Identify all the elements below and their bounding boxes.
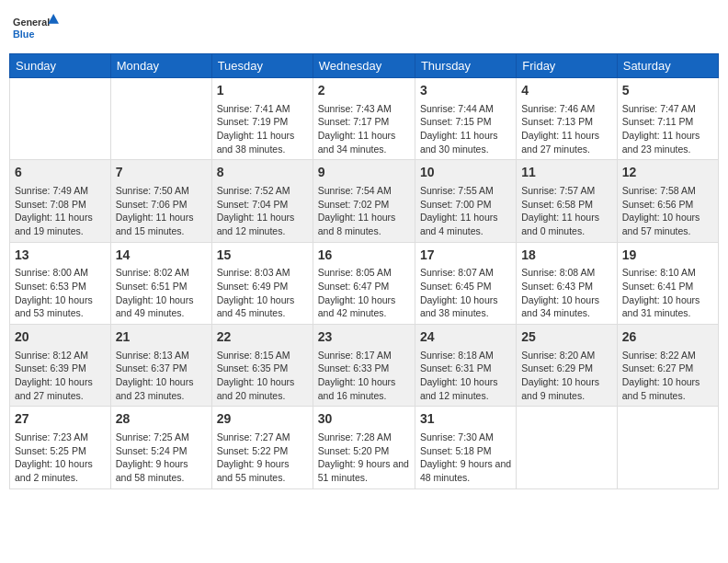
daylight-text: Daylight: 10 hours and 5 minutes. bbox=[622, 375, 713, 402]
calendar-week-row: 6Sunrise: 7:49 AMSunset: 7:08 PMDaylight… bbox=[10, 160, 719, 242]
calendar-cell: 27Sunrise: 7:23 AMSunset: 5:25 PMDayligh… bbox=[10, 407, 111, 488]
sunrise-text: Sunrise: 8:22 AM bbox=[622, 349, 713, 362]
calendar-cell: 17Sunrise: 8:07 AMSunset: 6:45 PMDayligh… bbox=[415, 242, 516, 324]
day-number: 5 bbox=[622, 82, 713, 100]
calendar-cell: 28Sunrise: 7:25 AMSunset: 5:24 PMDayligh… bbox=[110, 407, 211, 488]
calendar-cell: 8Sunrise: 7:52 AMSunset: 7:04 PMDaylight… bbox=[211, 160, 313, 242]
sunrise-text: Sunrise: 8:03 AM bbox=[217, 266, 308, 280]
day-number: 28 bbox=[116, 410, 207, 429]
day-number: 6 bbox=[15, 164, 106, 182]
sunset-text: Sunset: 6:49 PM bbox=[217, 280, 308, 293]
day-number: 19 bbox=[622, 247, 713, 265]
logo: General Blue bbox=[13, 9, 59, 46]
calendar-cell bbox=[110, 78, 211, 160]
sunrise-text: Sunrise: 7:52 AM bbox=[217, 184, 308, 198]
daylight-text: Daylight: 9 hours and 55 minutes. bbox=[217, 457, 308, 484]
sunset-text: Sunset: 5:18 PM bbox=[420, 444, 511, 458]
daylight-text: Daylight: 10 hours and 53 minutes. bbox=[15, 293, 106, 320]
day-number: 14 bbox=[116, 247, 207, 265]
daylight-text: Daylight: 9 hours and 48 minutes. bbox=[420, 457, 511, 484]
calendar-cell: 12Sunrise: 7:58 AMSunset: 6:56 PMDayligh… bbox=[617, 160, 718, 242]
day-number: 16 bbox=[318, 247, 410, 265]
sunset-text: Sunset: 7:15 PM bbox=[420, 115, 511, 129]
calendar-cell: 1Sunrise: 7:41 AMSunset: 7:19 PMDaylight… bbox=[211, 78, 313, 160]
sunrise-text: Sunrise: 7:25 AM bbox=[116, 431, 207, 444]
daylight-text: Daylight: 11 hours and 23 minutes. bbox=[622, 129, 713, 155]
sunrise-text: Sunrise: 7:47 AM bbox=[622, 102, 713, 116]
sunset-text: Sunset: 6:37 PM bbox=[116, 362, 207, 375]
day-number: 17 bbox=[420, 247, 511, 265]
sunset-text: Sunset: 6:41 PM bbox=[622, 280, 713, 293]
sunset-text: Sunset: 6:35 PM bbox=[217, 362, 308, 375]
daylight-text: Daylight: 10 hours and 49 minutes. bbox=[116, 293, 207, 320]
sunrise-text: Sunrise: 8:02 AM bbox=[116, 266, 207, 280]
day-number: 15 bbox=[217, 247, 308, 265]
calendar-cell: 11Sunrise: 7:57 AMSunset: 6:58 PMDayligh… bbox=[517, 160, 617, 242]
daylight-text: Daylight: 11 hours and 12 minutes. bbox=[217, 211, 308, 237]
sunrise-text: Sunrise: 8:20 AM bbox=[521, 349, 611, 362]
day-number: 31 bbox=[420, 410, 511, 429]
calendar-week-row: 13Sunrise: 8:00 AMSunset: 6:53 PMDayligh… bbox=[10, 242, 719, 324]
day-number: 18 bbox=[521, 247, 611, 265]
daylight-text: Daylight: 10 hours and 23 minutes. bbox=[116, 375, 207, 402]
sunset-text: Sunset: 7:17 PM bbox=[318, 115, 410, 129]
svg-text:General: General bbox=[13, 17, 50, 28]
sunrise-text: Sunrise: 8:12 AM bbox=[15, 349, 106, 362]
day-number: 12 bbox=[622, 164, 713, 182]
calendar-cell: 23Sunrise: 8:17 AMSunset: 6:33 PMDayligh… bbox=[313, 325, 415, 407]
calendar-cell: 5Sunrise: 7:47 AMSunset: 7:11 PMDaylight… bbox=[617, 78, 718, 160]
calendar-cell: 2Sunrise: 7:43 AMSunset: 7:17 PMDaylight… bbox=[313, 78, 415, 160]
calendar-week-row: 27Sunrise: 7:23 AMSunset: 5:25 PMDayligh… bbox=[10, 407, 719, 488]
calendar-cell: 6Sunrise: 7:49 AMSunset: 7:08 PMDaylight… bbox=[10, 160, 111, 242]
calendar-cell bbox=[10, 78, 111, 160]
calendar-cell: 29Sunrise: 7:27 AMSunset: 5:22 PMDayligh… bbox=[211, 407, 313, 488]
day-number: 9 bbox=[318, 164, 410, 182]
weekday-header-sunday: Sunday bbox=[10, 54, 111, 78]
calendar-cell: 25Sunrise: 8:20 AMSunset: 6:29 PMDayligh… bbox=[517, 325, 617, 407]
sunrise-text: Sunrise: 8:05 AM bbox=[318, 266, 410, 280]
daylight-text: Daylight: 10 hours and 31 minutes. bbox=[622, 293, 713, 320]
calendar-cell: 13Sunrise: 8:00 AMSunset: 6:53 PMDayligh… bbox=[10, 242, 111, 324]
calendar-cell: 16Sunrise: 8:05 AMSunset: 6:47 PMDayligh… bbox=[313, 242, 415, 324]
daylight-text: Daylight: 10 hours and 20 minutes. bbox=[217, 375, 308, 402]
sunset-text: Sunset: 7:19 PM bbox=[217, 115, 308, 129]
day-number: 4 bbox=[521, 82, 611, 100]
calendar-cell: 20Sunrise: 8:12 AMSunset: 6:39 PMDayligh… bbox=[10, 325, 111, 407]
calendar-cell: 3Sunrise: 7:44 AMSunset: 7:15 PMDaylight… bbox=[415, 78, 516, 160]
calendar-cell: 31Sunrise: 7:30 AMSunset: 5:18 PMDayligh… bbox=[415, 407, 516, 488]
sunset-text: Sunset: 6:51 PM bbox=[116, 280, 207, 293]
daylight-text: Daylight: 11 hours and 0 minutes. bbox=[521, 211, 611, 237]
sunrise-text: Sunrise: 7:41 AM bbox=[217, 102, 308, 116]
daylight-text: Daylight: 10 hours and 12 minutes. bbox=[420, 375, 511, 402]
calendar-cell: 30Sunrise: 7:28 AMSunset: 5:20 PMDayligh… bbox=[313, 407, 415, 488]
weekday-header-tuesday: Tuesday bbox=[211, 54, 313, 78]
sunset-text: Sunset: 5:20 PM bbox=[318, 444, 410, 458]
daylight-text: Daylight: 11 hours and 38 minutes. bbox=[217, 129, 308, 155]
calendar-cell: 22Sunrise: 8:15 AMSunset: 6:35 PMDayligh… bbox=[211, 325, 313, 407]
daylight-text: Daylight: 10 hours and 27 minutes. bbox=[15, 375, 106, 402]
logo-svg: General Blue bbox=[13, 9, 59, 46]
day-number: 13 bbox=[15, 247, 106, 265]
sunrise-text: Sunrise: 8:13 AM bbox=[116, 349, 207, 362]
calendar-cell: 9Sunrise: 7:54 AMSunset: 7:02 PMDaylight… bbox=[313, 160, 415, 242]
sunrise-text: Sunrise: 7:30 AM bbox=[420, 431, 511, 444]
sunset-text: Sunset: 7:08 PM bbox=[15, 198, 106, 212]
daylight-text: Daylight: 11 hours and 30 minutes. bbox=[420, 129, 511, 155]
calendar-table: SundayMondayTuesdayWednesdayThursdayFrid… bbox=[9, 53, 719, 489]
sunset-text: Sunset: 7:00 PM bbox=[420, 198, 511, 212]
sunset-text: Sunset: 6:58 PM bbox=[521, 198, 611, 212]
day-number: 29 bbox=[217, 410, 308, 429]
weekday-header-row: SundayMondayTuesdayWednesdayThursdayFrid… bbox=[10, 54, 719, 78]
calendar-cell: 24Sunrise: 8:18 AMSunset: 6:31 PMDayligh… bbox=[415, 325, 516, 407]
day-number: 7 bbox=[116, 164, 207, 182]
day-number: 26 bbox=[622, 328, 713, 347]
calendar-week-row: 20Sunrise: 8:12 AMSunset: 6:39 PMDayligh… bbox=[10, 325, 719, 407]
weekday-header-saturday: Saturday bbox=[617, 54, 718, 78]
day-number: 11 bbox=[521, 164, 611, 182]
sunset-text: Sunset: 5:22 PM bbox=[217, 444, 308, 458]
calendar-cell: 10Sunrise: 7:55 AMSunset: 7:00 PMDayligh… bbox=[415, 160, 516, 242]
sunrise-text: Sunrise: 8:07 AM bbox=[420, 266, 511, 280]
daylight-text: Daylight: 10 hours and 42 minutes. bbox=[318, 293, 410, 320]
sunset-text: Sunset: 7:11 PM bbox=[622, 115, 713, 129]
sunset-text: Sunset: 5:25 PM bbox=[15, 444, 106, 458]
